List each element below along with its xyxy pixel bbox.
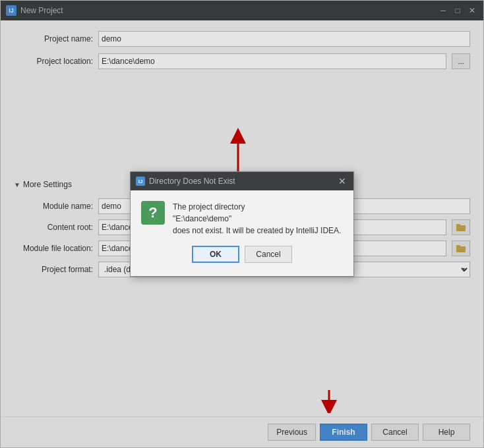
dialog-title-bar: IJ Directory Does Not Exist ✕ <box>131 172 353 190</box>
dialog-message-row: ? The project directory "E:\dance\demo" … <box>141 201 343 237</box>
dialog-message-text: The project directory "E:\dance\demo" do… <box>173 201 341 237</box>
question-icon: ? <box>141 201 165 225</box>
dialog-overlay: IJ Directory Does Not Exist ✕ ? The proj… <box>1 1 483 447</box>
dialog-cancel-button[interactable]: Cancel <box>245 246 292 263</box>
dialog-title: Directory Does Not Exist <box>149 177 235 186</box>
dialog-buttons: OK Cancel <box>141 246 343 266</box>
dialog: IJ Directory Does Not Exist ✕ ? The proj… <box>130 171 354 277</box>
dialog-title-left: IJ Directory Does Not Exist <box>136 177 235 186</box>
main-window: IJ New Project ─ □ ✕ Project name: Proje… <box>0 0 484 448</box>
dialog-close-button[interactable]: ✕ <box>336 175 348 187</box>
dialog-body: ? The project directory "E:\dance\demo" … <box>131 190 353 276</box>
dialog-ok-button[interactable]: OK <box>192 246 239 263</box>
dialog-app-icon: IJ <box>136 177 145 186</box>
